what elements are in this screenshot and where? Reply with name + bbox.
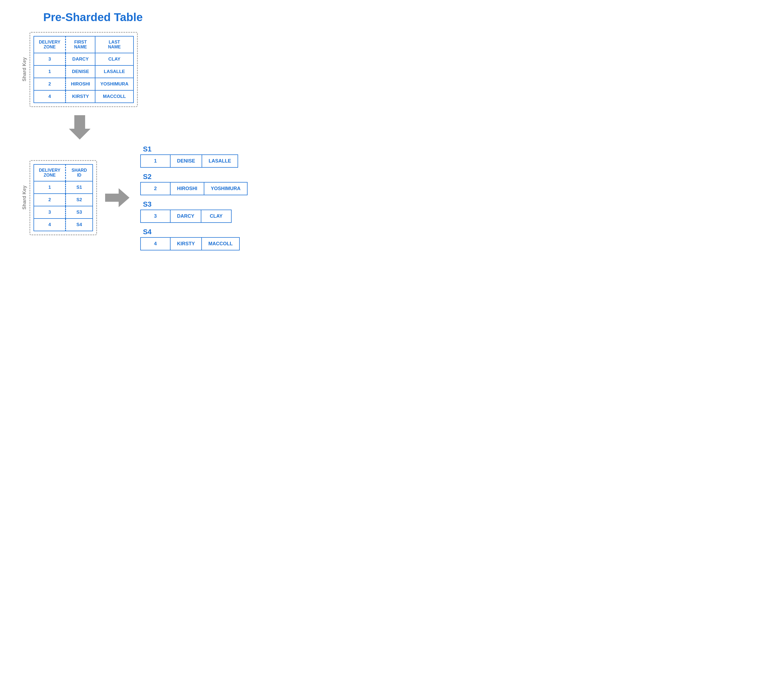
table-row: S2 [66,193,93,206]
shard-cell: YOSHIMURA [204,182,247,195]
top-dashed-box: DELIVERYZONE FIRSTNAME LASTNAME 3DARCYCL… [30,32,138,107]
table-row: 3 [34,53,66,65]
shard-group: S22HIROSHIYOSHIMURA [140,173,247,195]
shard-cell: HIROSHI [171,182,204,195]
top-section: Shard Key DELIVERYZONE FIRSTNAME LASTNAM… [22,32,303,107]
shard-key-label-bottom: Shard Key [22,186,27,210]
table-row: YOSHIMURA [95,78,134,90]
shard-group: S11DENISELASALLE [140,145,247,168]
col-header-last-name: LASTNAME [95,36,134,53]
shard-title: S3 [143,200,152,209]
table-row: S1 [66,181,93,193]
table-row: KIRSTY [66,90,95,103]
shard-row: 4KIRSTYMACCOLL [140,237,240,250]
table-row: DARCY [66,53,95,65]
table-row: LASALLE [95,65,134,78]
table-row: DENISE [66,65,95,78]
shard-key-label-top: Shard Key [22,57,27,81]
shard-cell: DENISE [171,155,202,167]
table-row: 1 [34,181,66,193]
shards-section: S11DENISELASALLES22HIROSHIYOSHIMURAS33DA… [140,145,247,250]
table-row: MACCOLL [95,90,134,103]
left-bottom: Shard Key DELIVERYZONE SHARDID 1S12S23S3… [22,160,97,235]
table-row: 4 [34,218,66,231]
pre-sharded-table: DELIVERYZONE FIRSTNAME LASTNAME 3DARCYCL… [34,36,134,103]
shard-title: S2 [143,173,152,181]
arrow-right-icon [105,188,129,207]
col-header-first-name: FIRSTNAME [66,36,95,53]
svg-marker-0 [69,115,90,140]
table-row: 4 [34,90,66,103]
shard-mapping-table: DELIVERYZONE SHARDID 1S12S23S34S4 [34,164,93,231]
table-row: S4 [66,218,93,231]
shard-cell: 4 [141,238,171,250]
bottom-section: Shard Key DELIVERYZONE SHARDID 1S12S23S3… [11,145,303,250]
table-row: S3 [66,206,93,218]
shard-row: 3DARCYCLAY [140,210,232,223]
shard-cell: MACCOLL [202,238,239,250]
shard-cell: LASALLE [202,155,238,167]
shard-cell: 3 [141,210,171,222]
shard-cell: DARCY [171,210,201,222]
shard-row: 2HIROSHIYOSHIMURA [140,182,247,195]
table-row: HIROSHI [66,78,95,90]
table-row: 2 [34,78,66,90]
page-title: Pre-Sharded Table [43,11,303,24]
shard-row: 1DENISELASALLE [140,154,238,168]
shard-group: S33DARCYCLAY [140,200,247,223]
shard-title: S1 [143,145,152,153]
table-row: 2 [34,193,66,206]
col-header-shard-id: SHARDID [66,164,93,181]
arrow-down-icon [69,115,90,140]
shard-cell: KIRSTY [171,238,202,250]
table-row: CLAY [95,53,134,65]
bottom-dashed-box: DELIVERYZONE SHARDID 1S12S23S34S4 [30,160,97,235]
shard-title: S4 [143,228,152,236]
shard-cell: 2 [141,182,171,195]
col-header-delivery-zone-2: DELIVERYZONE [34,164,66,181]
arrow-down-container [33,115,127,140]
table-row: 3 [34,206,66,218]
shard-cell: CLAY [201,210,231,222]
svg-marker-1 [105,188,129,207]
col-header-delivery-zone: DELIVERYZONE [34,36,66,53]
shard-group: S44KIRSTYMACCOLL [140,228,247,250]
table-row: 1 [34,65,66,78]
shard-cell: 1 [141,155,171,167]
